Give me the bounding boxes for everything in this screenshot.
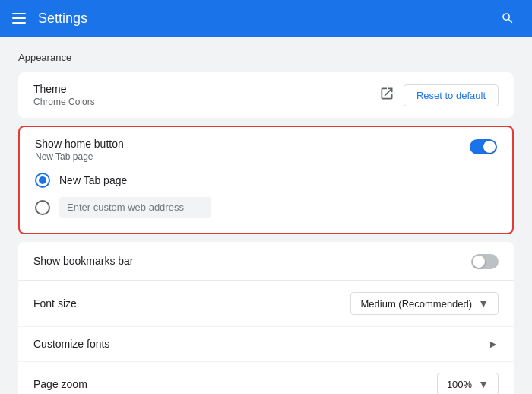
home-button-radio-options: New Tab page xyxy=(20,162,512,233)
font-size-dropdown[interactable]: Medium (Recommended) ▼ xyxy=(350,292,499,315)
theme-actions: Reset to default xyxy=(379,84,499,106)
theme-info: Theme Chrome Colors xyxy=(33,83,95,107)
theme-label: Theme xyxy=(33,83,95,95)
main-content: Appearance Theme Chrome Colors Reset to … xyxy=(0,37,532,394)
page-zoom-label: Page zoom xyxy=(33,378,87,390)
section-appearance-label: Appearance xyxy=(18,52,514,63)
page-zoom-row: Page zoom 100% ▼ xyxy=(18,361,514,394)
radio-option-custom[interactable] xyxy=(35,192,497,222)
customize-fonts-chevron-icon: ► xyxy=(488,338,499,350)
page-zoom-value: 100% xyxy=(447,379,472,390)
home-button-toggle[interactable] xyxy=(470,139,497,154)
theme-row: Theme Chrome Colors Reset to default xyxy=(18,72,514,118)
radio-circle-newtab xyxy=(35,173,50,188)
hamburger-menu-icon[interactable] xyxy=(12,13,26,24)
home-button-row: Show home button New Tab page xyxy=(20,127,512,162)
topbar: Settings xyxy=(0,0,532,37)
theme-card: Theme Chrome Colors Reset to default xyxy=(18,72,514,118)
search-icon[interactable] xyxy=(496,6,520,30)
bookmarks-bar-label: Show bookmarks bar xyxy=(33,255,134,267)
bookmarks-bar-row: Show bookmarks bar xyxy=(18,242,514,281)
home-button-label: Show home button xyxy=(35,138,124,150)
home-button-info: Show home button New Tab page xyxy=(35,138,124,162)
radio-option-newtab[interactable]: New Tab page xyxy=(35,168,497,192)
custom-web-address-input[interactable] xyxy=(59,197,211,218)
page-zoom-dropdown-arrow: ▼ xyxy=(478,378,489,390)
page-zoom-dropdown[interactable]: 100% ▼ xyxy=(437,373,499,394)
radio-circle-custom xyxy=(35,200,50,215)
theme-sublabel: Chrome Colors xyxy=(33,97,95,107)
font-size-dropdown-arrow: ▼ xyxy=(478,297,489,310)
other-settings-card: Show bookmarks bar Font size Medium (Rec… xyxy=(18,242,514,394)
home-button-card: Show home button New Tab page New Tab pa… xyxy=(18,126,514,234)
home-button-sublabel: New Tab page xyxy=(35,151,124,162)
font-size-label: Font size xyxy=(33,297,77,310)
external-link-icon[interactable] xyxy=(379,86,394,105)
bookmarks-toggle-slider xyxy=(471,254,499,269)
toggle-slider xyxy=(470,139,497,154)
radio-label-newtab: New Tab page xyxy=(59,174,127,186)
font-size-value: Medium (Recommended) xyxy=(360,298,472,310)
reset-to-default-button[interactable]: Reset to default xyxy=(404,84,499,106)
customize-fonts-label: Customize fonts xyxy=(33,338,109,350)
topbar-left: Settings xyxy=(12,11,87,27)
font-size-row: Font size Medium (Recommended) ▼ xyxy=(18,281,514,326)
customize-fonts-row[interactable]: Customize fonts ► xyxy=(18,326,514,361)
page-title: Settings xyxy=(38,11,87,27)
bookmarks-bar-toggle[interactable] xyxy=(471,254,499,269)
